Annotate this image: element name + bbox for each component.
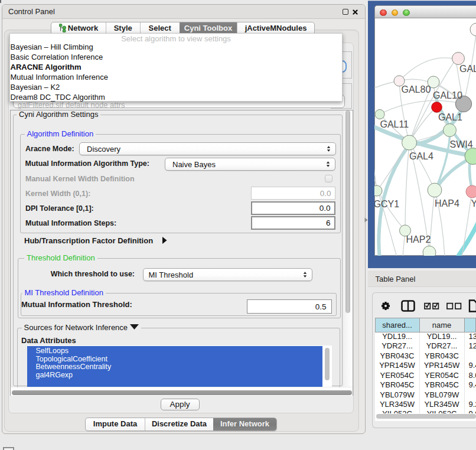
svg-text:HAP2: HAP2 — [406, 234, 431, 244]
svg-text:SWI4: SWI4 — [450, 139, 473, 149]
svg-text:GAL80: GAL80 — [402, 84, 431, 94]
svg-text:GAL1: GAL1 — [438, 112, 462, 122]
svg-text:GCY1: GCY1 — [374, 199, 399, 209]
svg-text:GAL11: GAL11 — [380, 119, 409, 129]
svg-text:GAL4: GAL4 — [409, 151, 433, 161]
svg-text:YM: YM — [471, 198, 476, 208]
svg-text:HAP4: HAP4 — [435, 198, 459, 208]
svg-text:GAL7: GAL7 — [459, 64, 476, 74]
svg-text:GAL10: GAL10 — [433, 90, 462, 100]
